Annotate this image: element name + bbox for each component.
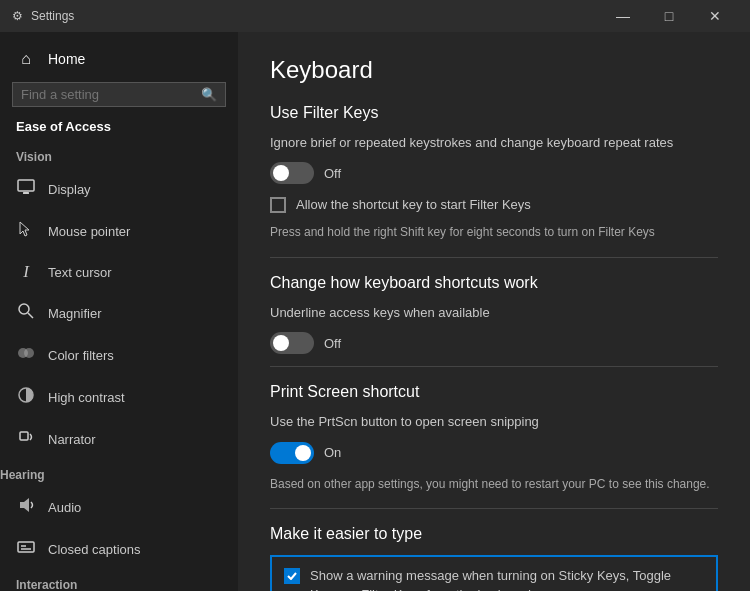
search-box[interactable]: 🔍 (12, 82, 226, 107)
color-filters-icon (16, 344, 36, 366)
svg-point-3 (19, 304, 29, 314)
magnifier-icon (16, 302, 36, 324)
keyboard-shortcuts-toggle[interactable] (270, 332, 314, 354)
sidebar-item-audio[interactable]: Audio (0, 486, 238, 528)
app-body: ⌂ Home 🔍 Ease of Access Vision Display M… (0, 32, 750, 591)
minimize-button[interactable]: — (600, 0, 646, 32)
warning-message-checkbox-block: Show a warning message when turning on S… (270, 555, 718, 591)
sidebar-display-label: Display (48, 182, 91, 197)
filter-keys-toggle-label: Off (324, 166, 341, 181)
hearing-section-heading: Hearing (0, 460, 238, 486)
vision-section-heading: Vision (0, 142, 238, 168)
sidebar-closed-captions-label: Closed captions (48, 542, 141, 557)
search-icon: 🔍 (201, 87, 217, 102)
filter-keys-info: Press and hold the right Shift key for e… (270, 224, 718, 241)
sidebar-item-magnifier[interactable]: Magnifier (0, 292, 238, 334)
high-contrast-icon (16, 386, 36, 408)
sidebar-item-home[interactable]: ⌂ Home (0, 40, 238, 78)
filter-keys-section: Use Filter Keys Ignore brief or repeated… (270, 104, 718, 241)
divider-1 (270, 257, 718, 258)
keyboard-shortcuts-toggle-label: Off (324, 336, 341, 351)
sidebar-magnifier-label: Magnifier (48, 306, 101, 321)
svg-point-6 (24, 348, 34, 358)
filter-keys-description: Ignore brief or repeated keystrokes and … (270, 134, 718, 152)
main-content: Keyboard Use Filter Keys Ignore brief or… (238, 32, 750, 591)
filter-keys-checkbox-row: Allow the shortcut key to start Filter K… (270, 196, 718, 214)
interaction-section-heading: Interaction (0, 570, 238, 591)
display-icon (16, 178, 36, 200)
svg-marker-2 (20, 222, 29, 236)
sidebar-item-high-contrast[interactable]: High contrast (0, 376, 238, 418)
easier-typing-section: Make it easier to type Show a warning me… (270, 525, 718, 591)
sidebar-item-narrator[interactable]: Narrator (0, 418, 238, 460)
svg-marker-9 (20, 498, 29, 512)
filter-keys-toggle-row: Off (270, 162, 718, 184)
filter-keys-checkbox[interactable] (270, 197, 286, 213)
title-bar-title: Settings (31, 9, 74, 23)
svg-rect-8 (20, 432, 28, 440)
divider-3 (270, 508, 718, 509)
svg-rect-1 (23, 192, 29, 194)
keyboard-shortcuts-description: Underline access keys when available (270, 304, 718, 322)
sidebar-item-color-filters[interactable]: Color filters (0, 334, 238, 376)
print-screen-section: Print Screen shortcut Use the PrtScn but… (270, 383, 718, 492)
filter-keys-toggle-knob (273, 165, 289, 181)
print-screen-toggle[interactable] (270, 442, 314, 464)
narrator-icon (16, 428, 36, 450)
sidebar-audio-label: Audio (48, 500, 81, 515)
settings-icon: ⚙ (12, 9, 23, 23)
text-cursor-icon: I (16, 262, 36, 282)
print-screen-info: Based on other app settings, you might n… (270, 476, 718, 493)
keyboard-shortcuts-toggle-knob (273, 335, 289, 351)
sidebar-text-cursor-label: Text cursor (48, 265, 112, 280)
keyboard-shortcuts-section: Change how keyboard shortcuts work Under… (270, 274, 718, 354)
sidebar-home-label: Home (48, 51, 85, 67)
keyboard-shortcuts-heading: Change how keyboard shortcuts work (270, 274, 718, 292)
mouse-pointer-icon (16, 220, 36, 242)
warning-message-checkbox[interactable] (284, 568, 300, 584)
sidebar-high-contrast-label: High contrast (48, 390, 125, 405)
title-bar: ⚙ Settings — □ ✕ (0, 0, 750, 32)
keyboard-shortcuts-toggle-row: Off (270, 332, 718, 354)
filter-keys-checkbox-label: Allow the shortcut key to start Filter K… (296, 196, 531, 214)
close-button[interactable]: ✕ (692, 0, 738, 32)
search-input[interactable] (21, 87, 195, 102)
filter-keys-toggle[interactable] (270, 162, 314, 184)
easier-typing-heading: Make it easier to type (270, 525, 718, 543)
divider-2 (270, 366, 718, 367)
sidebar: ⌂ Home 🔍 Ease of Access Vision Display M… (0, 32, 238, 591)
home-icon: ⌂ (16, 50, 36, 68)
print-screen-heading: Print Screen shortcut (270, 383, 718, 401)
sidebar-item-closed-captions[interactable]: Closed captions (0, 528, 238, 570)
page-title: Keyboard (270, 56, 718, 84)
sidebar-item-mouse-pointer[interactable]: Mouse pointer (0, 210, 238, 252)
sidebar-item-text-cursor[interactable]: I Text cursor (0, 252, 238, 292)
filter-keys-heading: Use Filter Keys (270, 104, 718, 122)
print-screen-toggle-row: On (270, 442, 718, 464)
svg-rect-10 (18, 542, 34, 552)
warning-message-checkbox-row: Show a warning message when turning on S… (284, 567, 704, 591)
sidebar-color-filters-label: Color filters (48, 348, 114, 363)
closed-captions-icon (16, 538, 36, 560)
sidebar-narrator-label: Narrator (48, 432, 96, 447)
breadcrumb: Ease of Access (0, 115, 238, 142)
print-screen-toggle-label: On (324, 445, 341, 460)
warning-message-checkbox-label: Show a warning message when turning on S… (310, 567, 704, 591)
print-screen-toggle-knob (295, 445, 311, 461)
svg-rect-0 (18, 180, 34, 191)
print-screen-description: Use the PrtScn button to open screen sni… (270, 413, 718, 431)
audio-icon (16, 496, 36, 518)
maximize-button[interactable]: □ (646, 0, 692, 32)
title-bar-left: ⚙ Settings (12, 9, 74, 23)
sidebar-item-display[interactable]: Display (0, 168, 238, 210)
title-bar-controls: — □ ✕ (600, 0, 738, 32)
sidebar-mouse-pointer-label: Mouse pointer (48, 224, 130, 239)
svg-line-4 (28, 313, 33, 318)
